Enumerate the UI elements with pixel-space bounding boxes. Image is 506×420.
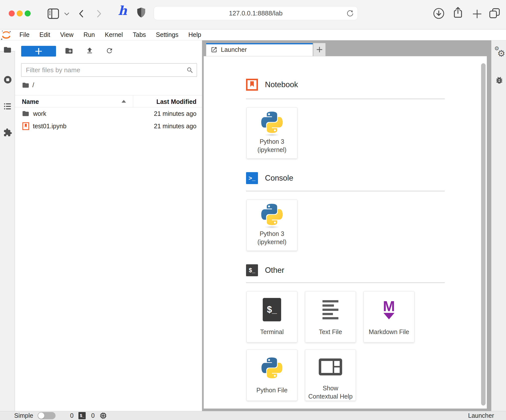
table-of-contents-tab-icon[interactable] [3,102,12,111]
file-name: work [33,110,46,117]
kernel-status-icon[interactable] [99,412,107,420]
file-browser-tab-icon[interactable] [3,46,12,54]
simple-mode-toggle[interactable] [38,412,56,419]
extension-h-icon[interactable]: h [118,4,127,17]
gear-large-icon: ⚙ [497,48,505,59]
forward-button[interactable] [96,9,103,19]
text-file-icon [322,300,338,319]
tab-launcher[interactable]: Launcher [206,43,313,56]
menu-item-edit[interactable]: Edit [34,31,55,38]
new-tab-button[interactable] [472,9,482,19]
reload-icon[interactable] [346,9,354,17]
sidebar-toggle-icon[interactable] [47,8,59,19]
tab-overview-icon[interactable] [489,8,500,19]
python-logo-icon [261,204,283,225]
upload-button[interactable] [86,47,94,55]
card-label: Text File [319,328,342,336]
column-header-name[interactable]: Name [22,98,39,105]
menu-item-file[interactable]: File [14,31,34,38]
refresh-button[interactable] [106,47,113,55]
column-header-modified[interactable]: Last Modified [156,98,196,105]
simple-mode-label: Simple [14,412,33,419]
menu-item-settings[interactable]: Settings [151,31,183,38]
property-inspector-tab-icon[interactable]: ⚙ ⚙ [493,46,505,59]
extension-manager-tab-icon[interactable] [3,128,12,137]
window-minimize-button[interactable] [17,10,23,16]
right-activity-bar: ⚙ ⚙ [491,40,506,411]
new-tab-plus-button[interactable] [313,43,325,56]
back-button[interactable] [78,9,85,19]
card-label-line1: Python 3 [257,138,287,146]
tab-title: Launcher [221,46,247,53]
card-label-line2: (ipykernel) [257,146,287,154]
card-console-python3[interactable]: Python 3 (ipykernel) [247,200,297,251]
terminals-status-icon[interactable]: $_ [78,412,86,419]
chevron-down-icon[interactable] [64,12,70,16]
markdown-m-glyph: M [383,300,395,312]
downloads-icon[interactable] [433,8,444,19]
breadcrumb: / [22,81,34,89]
new-launcher-button[interactable] [21,46,56,57]
card-label: Markdown File [369,328,409,336]
address-bar[interactable]: 127.0.0.1:8888/lab [154,6,358,20]
other-cards-row2: Python File Show Contextual Help [247,350,356,401]
left-activity-bar [0,40,15,411]
jupyterlab-menubar: File Edit View Run Kernel Tabs Settings … [0,29,506,40]
safari-window: h 127.0.0.1:8888/lab [0,0,506,420]
menu-item-view[interactable]: View [55,31,78,38]
card-python-file[interactable]: Python File [247,350,297,401]
card-text-file[interactable]: Text File [305,291,356,343]
python-logo-icon [261,112,283,133]
contextual-help-icon [319,358,342,375]
section-other-header: $_ Other [246,264,284,276]
breadcrumb-root[interactable]: / [32,81,34,89]
shield-icon[interactable] [136,7,146,19]
file-row-test01[interactable]: test01.ipynb 21 minutes ago [15,120,202,132]
section-title: Console [265,174,293,183]
notebook-cards: Python 3 (ipykernel) [247,107,297,159]
terminal-glyph: $_ [249,267,255,274]
markdown-icon: M [383,300,395,319]
card-show-contextual-help[interactable]: Show Contextual Help [305,350,356,401]
running-kernels-tab-icon[interactable] [3,75,12,84]
sort-ascending-icon[interactable] [122,100,126,103]
window-zoom-button[interactable] [25,10,31,16]
window-close-button[interactable] [9,10,15,16]
toggle-knob [38,413,44,419]
plus-icon [316,47,322,53]
menu-item-run[interactable]: Run [78,31,100,38]
card-terminal[interactable]: $_ Terminal [247,291,297,343]
card-markdown-file[interactable]: M Markdown File [364,291,414,343]
card-label-line1: Show [308,384,353,392]
section-title: Notebook [265,80,298,89]
debugger-tab-icon[interactable] [495,76,504,85]
section-divider [246,282,445,283]
terminals-count: 0 [70,412,73,419]
filter-files-box [21,63,197,77]
new-folder-button[interactable] [65,47,73,55]
share-icon[interactable] [452,6,464,19]
terminal-glyph: $_ [267,304,277,315]
menu-item-kernel[interactable]: Kernel [100,31,128,38]
menu-item-tabs[interactable]: Tabs [128,31,151,38]
menu-item-help[interactable]: Help [183,31,206,38]
filter-files-input[interactable] [21,64,197,76]
section-divider [246,191,445,191]
search-icon [186,67,194,74]
plus-icon [35,48,42,55]
other-section-icon: $_ [246,264,258,276]
file-modified: 21 minutes ago [154,110,196,117]
folder-icon [22,110,29,117]
section-console-header: >_ Console [246,172,293,184]
vertical-scrollbar[interactable] [481,63,486,406]
console-glyph: >_ [249,175,255,182]
section-title: Other [265,266,284,275]
file-row-work[interactable]: work 21 minutes ago [15,107,202,120]
card-notebook-python3[interactable]: Python 3 (ipykernel) [247,107,297,159]
menu-items: File Edit View Run Kernel Tabs Settings … [14,29,206,40]
file-browser-panel: / Name Last Modified work 21 minutes ago… [15,40,202,411]
launcher-body: Notebook Python 3 (ipykernel) >_ Console [204,56,487,409]
home-folder-icon[interactable] [22,81,29,89]
current-context-label: Launcher [468,412,494,419]
other-cards-row1: $_ Terminal Text File M Markdown File [247,291,414,343]
